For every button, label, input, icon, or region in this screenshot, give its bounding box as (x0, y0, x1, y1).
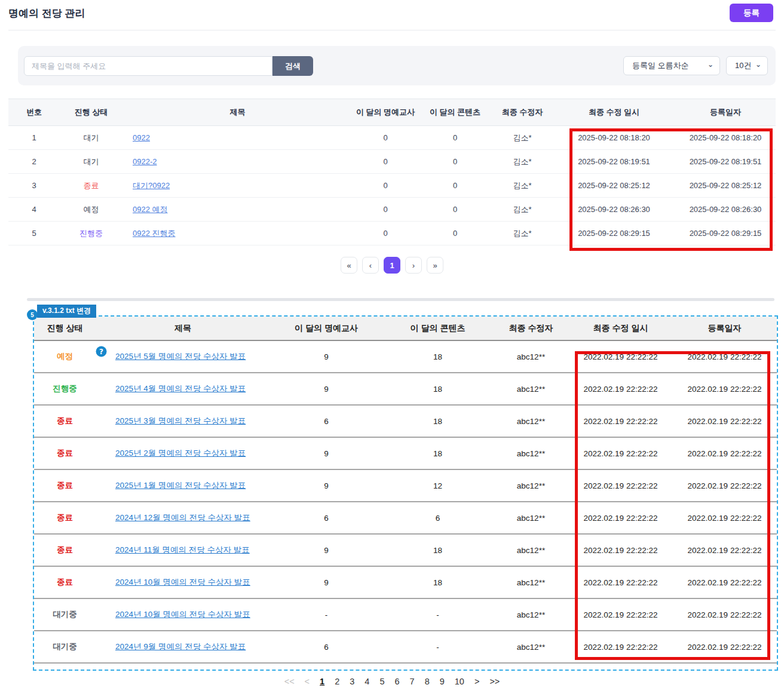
col-header-status: 진행 상태 (60, 99, 122, 126)
title-cell: 2025년 2월 명예의 전당 수상자 발표 (96, 437, 270, 469)
row-title-link[interactable]: 0922 (133, 133, 150, 142)
pagination-item[interactable]: < (305, 677, 310, 686)
table-row: 종료2024년 12월 명예의 전당 수상자 발표66abc12**2022.0… (34, 502, 777, 534)
status-label: 대기 (60, 126, 122, 150)
header-divider (8, 30, 776, 30)
teachers-count: 9 (270, 340, 382, 373)
modified-datetime: 2022.02.19 22:22:22 (569, 534, 672, 566)
search-button[interactable]: 검색 (272, 56, 313, 76)
table-row: 종료2024년 10월 명예의 전당 수상자 발표918abc12**2022.… (34, 566, 777, 598)
teachers-count: 0 (353, 174, 418, 198)
spec-table-container: ? 진행 상태 제목 이 달의 명예교사 이 달의 콘텐츠 최종 수정자 최종 … (33, 315, 778, 671)
teachers-count: 9 (270, 469, 382, 502)
table-row: 종료2025년 2월 명예의 전당 수상자 발표918abc12**2022.0… (34, 437, 777, 469)
row-title-link[interactable]: 0922 진행중 (133, 229, 176, 238)
pagination-item[interactable]: >> (489, 677, 500, 686)
row-title-link[interactable]: 2025년 3월 명예의 전당 수상자 발표 (115, 416, 246, 425)
teachers-count: 0 (353, 198, 418, 222)
row-title-link[interactable]: 2024년 9월 명예의 전당 수상자 발표 (115, 642, 246, 651)
table-header-row: 진행 상태 제목 이 달의 명예교사 이 달의 콘텐츠 최종 수정자 최종 수정… (34, 317, 777, 340)
pagination-button[interactable]: » (427, 257, 443, 274)
row-number: 5 (8, 222, 60, 245)
contents-count: - (382, 631, 493, 663)
title-cell: 2024년 10월 명예의 전당 수상자 발표 (96, 598, 270, 631)
modified-datetime: 2022.02.19 22:22:22 (569, 405, 672, 437)
row-title-link[interactable]: 2024년 11월 명예의 전당 수상자 발표 (115, 545, 250, 554)
status-label: 종료 (34, 405, 96, 437)
pagination-button[interactable]: « (341, 257, 357, 274)
pagination-button[interactable]: › (405, 257, 422, 274)
status-label: 종료 (34, 437, 96, 469)
page-size-select[interactable]: 10건 ⌄ (726, 56, 768, 75)
row-title-link[interactable]: 대기?0922 (133, 181, 170, 190)
status-label: 대기중 (34, 631, 96, 663)
row-title-link[interactable]: 2025년 5월 명예의 전당 수상자 발표 (115, 352, 246, 361)
pagination-item[interactable]: 6 (394, 677, 399, 686)
teachers-count: 6 (270, 405, 382, 437)
contents-count: 18 (382, 566, 493, 598)
annotation-version-label: v.3.1.2 txt 변경 (37, 305, 96, 318)
modified-datetime: 2025-09-22 08:29:15 (553, 222, 675, 245)
modified-datetime: 2022.02.19 22:22:22 (569, 373, 672, 405)
status-label: 진행중 (60, 222, 122, 245)
table-row: 대기중2024년 10월 명예의 전당 수상자 발표--abc12**2022.… (34, 598, 777, 631)
row-title-link[interactable]: 2024년 10월 명예의 전당 수상자 발표 (115, 610, 250, 619)
registered-datetime: 2022.02.19 22:22:22 (672, 631, 777, 663)
title-cell: 2025년 1월 명예의 전당 수상자 발표 (96, 469, 270, 502)
col-header-editor: 최종 수정자 (492, 99, 553, 126)
contents-count: - (382, 598, 493, 631)
status-label: 종료 (34, 469, 96, 502)
col-header-modified: 최종 수정 일시 (553, 99, 675, 126)
pagination-item[interactable]: 4 (365, 677, 369, 686)
table1-pagination: «‹1›» (0, 257, 784, 274)
register-button[interactable]: 등록 (730, 4, 773, 22)
editor-name: 김소* (492, 150, 553, 174)
table-row: 대기중2024년 9월 명예의 전당 수상자 발표6-abc12**2022.0… (34, 631, 777, 663)
row-title-link[interactable]: 0922-2 (133, 157, 157, 166)
modified-datetime: 2025-09-22 08:26:30 (553, 198, 675, 222)
editor-name: abc12** (493, 340, 569, 373)
row-title-link[interactable]: 2024년 10월 명예의 전당 수상자 발표 (115, 578, 250, 587)
search-input[interactable] (24, 56, 272, 76)
row-number: 1 (8, 126, 60, 150)
pagination-item[interactable]: 8 (425, 677, 430, 686)
row-title-link[interactable]: 2025년 1월 명예의 전당 수상자 발표 (115, 481, 246, 490)
pagination-page-current[interactable]: 1 (384, 257, 400, 274)
editor-name: abc12** (493, 437, 569, 469)
sort-select[interactable]: 등록일 오름차순 ⌄ (623, 56, 720, 75)
pagination-item[interactable]: << (284, 677, 295, 686)
registered-datetime: 2022.02.19 22:22:22 (672, 469, 777, 502)
pagination-button[interactable]: ‹ (362, 257, 379, 274)
col-header-contents: 이 달의 콘텐츠 (382, 317, 493, 340)
search-panel: 검색 등록일 오름차순 ⌄ 10건 ⌄ (18, 46, 776, 85)
row-title-link[interactable]: 2025년 4월 명예의 전당 수상자 발표 (115, 384, 246, 393)
pagination-item[interactable]: 9 (440, 677, 445, 686)
editor-name: abc12** (493, 373, 569, 405)
modified-datetime: 2022.02.19 22:22:22 (569, 598, 672, 631)
col-header-status: 진행 상태 (34, 317, 96, 340)
registered-datetime: 2025-09-22 08:25:12 (675, 174, 776, 198)
contents-count: 12 (382, 469, 493, 502)
registered-datetime: 2022.02.19 22:22:22 (672, 502, 777, 534)
editor-name: abc12** (493, 502, 569, 534)
pagination-page-current[interactable]: 1 (320, 677, 324, 686)
pagination-item[interactable]: 2 (335, 677, 339, 686)
pagination-item[interactable]: > (474, 677, 479, 686)
title-cell: 2024년 9월 명예의 전당 수상자 발표 (96, 631, 270, 663)
col-header-registered: 등록일자 (672, 317, 777, 340)
row-title-link[interactable]: 2024년 12월 명예의 전당 수상자 발표 (115, 513, 250, 522)
status-label: 종료 (34, 566, 96, 598)
row-title-link[interactable]: 2025년 2월 명예의 전당 수상자 발표 (115, 449, 246, 457)
col-header-contents: 이 달의 콘텐츠 (418, 99, 492, 126)
editor-name: 김소* (492, 174, 553, 198)
col-header-modified: 최종 수정 일시 (569, 317, 672, 340)
row-title-link[interactable]: 0922 예정 (133, 205, 168, 214)
editor-name: abc12** (493, 598, 569, 631)
pagination-item[interactable]: 7 (410, 677, 415, 686)
pagination-item[interactable]: 5 (379, 677, 384, 686)
pagination-item[interactable]: 3 (350, 677, 354, 686)
pagination-item[interactable]: 10 (455, 677, 464, 686)
contents-count: 18 (382, 437, 493, 469)
teachers-count: 9 (270, 373, 382, 405)
table2-body: 예정2025년 5월 명예의 전당 수상자 발표918abc12**2022.0… (34, 340, 777, 663)
